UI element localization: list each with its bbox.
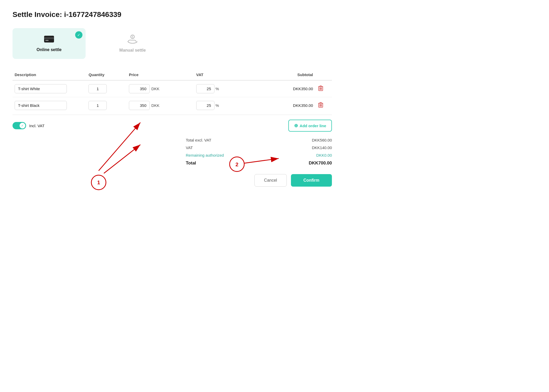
- cell-vat-0: %: [194, 80, 255, 97]
- cancel-button[interactable]: Cancel: [254, 174, 287, 187]
- manual-settle-label: Manual settle: [119, 48, 146, 53]
- remaining-label: Remaining authorized: [186, 153, 224, 157]
- online-settle-option[interactable]: ✓ Online settle: [13, 28, 86, 59]
- col-header-subtotal: Subtotal: [255, 69, 315, 80]
- vat-input-0[interactable]: [196, 84, 214, 93]
- price-input-1[interactable]: [129, 101, 150, 110]
- add-order-line-label: Add order line: [300, 124, 326, 128]
- cell-price-1: DKK: [127, 97, 194, 114]
- hand-money-icon: $: [127, 34, 138, 46]
- cell-description-1: [13, 97, 86, 114]
- invoice-table: Description Quantity Price VAT Subtotal …: [13, 69, 332, 114]
- cell-quantity-0: [86, 80, 127, 97]
- total-value: DKK700.00: [309, 161, 332, 166]
- vat-total-value: DKK140.00: [312, 145, 332, 150]
- cell-subtotal-1: DKK350.00: [255, 97, 315, 114]
- total-excl-vat-row: Total excl. VAT DKK560.00: [186, 137, 332, 143]
- table-row: DKK % DKK350.00: [13, 97, 332, 114]
- page-title: Settle Invoice: i-1677247846339: [13, 10, 332, 19]
- vat-total-label: VAT: [186, 145, 193, 150]
- cell-action-0: [315, 80, 332, 97]
- svg-text:$: $: [132, 35, 133, 38]
- delete-row-button-0[interactable]: [317, 84, 324, 93]
- currency-label-1: DKK: [151, 103, 159, 108]
- cell-action-1: [315, 97, 332, 114]
- svg-rect-2: [45, 40, 49, 41]
- cell-subtotal-0: DKK350.00: [255, 80, 315, 97]
- add-order-line-button[interactable]: ⊕ Add order line: [288, 120, 332, 132]
- cell-quantity-1: [86, 97, 127, 114]
- total-row: Total DKK700.00: [186, 160, 332, 167]
- table-footer: ✓ Incl. VAT ⊕ Add order line Total excl.…: [13, 115, 332, 187]
- currency-label-0: DKK: [151, 87, 159, 91]
- svg-rect-1: [44, 37, 54, 39]
- description-input-0[interactable]: [15, 84, 67, 93]
- delete-row-button-1[interactable]: [317, 101, 324, 110]
- description-input-1[interactable]: [15, 101, 67, 110]
- subtotal-value-0: DKK350.00: [293, 87, 313, 91]
- card-icon: [44, 35, 54, 45]
- manual-settle-option[interactable]: $ Manual settle: [96, 28, 169, 59]
- vat-toggle-switch[interactable]: ✓: [13, 122, 26, 129]
- price-input-0[interactable]: [129, 84, 150, 93]
- cell-price-0: DKK: [127, 80, 194, 97]
- vat-toggle-row: ✓ Incl. VAT ⊕ Add order line: [13, 120, 332, 132]
- settle-options-row: ✓ Online settle $: [13, 28, 332, 59]
- cell-description-0: [13, 80, 86, 97]
- vat-cell-1: %: [196, 101, 253, 110]
- vat-row: VAT DKK140.00: [186, 144, 332, 151]
- col-header-vat: VAT: [194, 69, 255, 80]
- excl-vat-value: DKK560.00: [312, 138, 332, 142]
- selected-checkmark: ✓: [75, 31, 82, 39]
- subtotal-value-1: DKK350.00: [293, 103, 313, 108]
- plus-circle-icon: ⊕: [294, 123, 298, 128]
- percent-label-1: %: [216, 103, 219, 108]
- total-label: Total: [186, 161, 196, 166]
- remaining-value: DKK0.00: [316, 153, 332, 157]
- vat-toggle-left: ✓ Incl. VAT: [13, 122, 45, 129]
- table-row: DKK % DKK350.00: [13, 80, 332, 97]
- percent-label-0: %: [216, 87, 219, 91]
- vat-label: Incl. VAT: [29, 124, 45, 128]
- vat-input-1[interactable]: [196, 101, 214, 110]
- excl-vat-label: Total excl. VAT: [186, 138, 211, 142]
- remaining-authorized-row: Remaining authorized DKK0.00: [186, 152, 332, 158]
- totals-section: Total excl. VAT DKK560.00 VAT DKK140.00 …: [13, 137, 332, 167]
- vat-cell-0: %: [196, 84, 253, 93]
- confirm-button[interactable]: Confirm: [291, 174, 332, 187]
- toggle-knob: ✓: [20, 123, 25, 128]
- col-header-price: Price: [127, 69, 194, 80]
- col-header-quantity: Quantity: [86, 69, 127, 80]
- price-cell-1: DKK: [129, 101, 192, 110]
- cell-vat-1: %: [194, 97, 255, 114]
- quantity-input-0[interactable]: [88, 84, 107, 93]
- price-cell-0: DKK: [129, 84, 192, 93]
- quantity-input-1[interactable]: [88, 101, 107, 110]
- col-header-description: Description: [13, 69, 86, 80]
- actions-row: Cancel Confirm: [13, 174, 332, 187]
- online-settle-label: Online settle: [37, 47, 62, 52]
